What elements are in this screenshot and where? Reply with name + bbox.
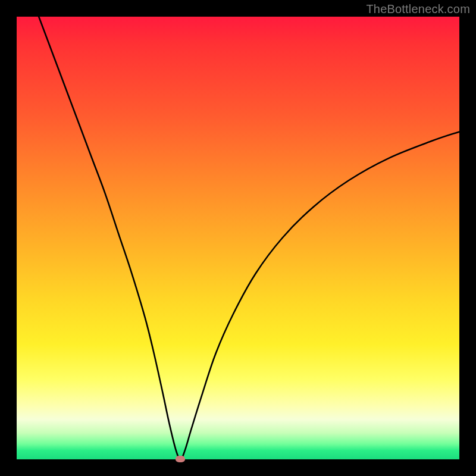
minimum-marker (176, 456, 185, 462)
watermark-text: TheBottleneck.com (366, 2, 470, 16)
bottleneck-curve (17, 17, 459, 459)
chart-frame: TheBottleneck.com (0, 0, 476, 476)
plot-area (17, 17, 459, 459)
